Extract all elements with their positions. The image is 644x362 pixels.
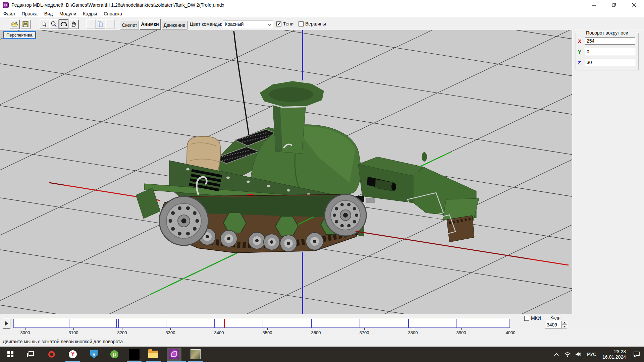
title-bar[interactable]: Редактор MDL-моделей: D:\Games\WarcraftI… bbox=[0, 0, 644, 10]
tick-label: 3100 bbox=[66, 330, 81, 335]
perspective-button[interactable]: Перспектива bbox=[3, 31, 36, 39]
tab-skeleton[interactable]: Скелет bbox=[120, 21, 139, 29]
mdl-editor-icon bbox=[169, 349, 179, 359]
current-frame-marker[interactable] bbox=[224, 319, 225, 327]
copy-button[interactable] bbox=[96, 19, 105, 29]
tab-movement[interactable]: Движение bbox=[162, 21, 187, 29]
rotate-tool-button[interactable] bbox=[59, 19, 68, 29]
axis-x-label: X bbox=[578, 38, 583, 44]
save-button[interactable] bbox=[21, 19, 30, 29]
image-viewer-icon bbox=[191, 349, 201, 359]
taskbar-app-yandex[interactable]: Y bbox=[65, 348, 80, 361]
checkbox-empty-icon bbox=[524, 316, 529, 321]
tick-label: 3600 bbox=[309, 330, 323, 335]
zoom-tool-button[interactable] bbox=[49, 19, 59, 29]
file-explorer-icon bbox=[148, 351, 158, 358]
close-button[interactable] bbox=[624, 0, 644, 10]
start-button[interactable] bbox=[3, 348, 18, 361]
terminal-icon bbox=[129, 349, 140, 360]
toolbar-blank-button-1[interactable] bbox=[86, 19, 96, 29]
frame-input[interactable] bbox=[545, 321, 562, 328]
tray-chevron-button[interactable] bbox=[551, 353, 562, 356]
taskbar-app-vpn[interactable]: V bbox=[87, 348, 101, 361]
y-axis-line bbox=[150, 252, 239, 295]
menu-modules[interactable]: Модули bbox=[56, 10, 79, 17]
app-icon bbox=[3, 2, 9, 8]
axis-y-input[interactable] bbox=[585, 48, 635, 55]
taskbar-app-explorer[interactable] bbox=[146, 348, 161, 361]
play-icon bbox=[5, 321, 8, 326]
team-color-select[interactable]: Красный bbox=[223, 20, 273, 28]
time-label: 23:28 bbox=[602, 349, 626, 354]
tick-label: 3400 bbox=[212, 330, 226, 335]
tray-volume-button[interactable] bbox=[573, 352, 584, 357]
spinner-down-button[interactable] bbox=[562, 325, 567, 329]
mki-checkbox[interactable]: МКИ bbox=[524, 315, 541, 321]
arrow-up-icon bbox=[563, 322, 566, 323]
menu-file[interactable]: Файл bbox=[0, 10, 18, 17]
taskbar: Y V µ bbox=[0, 347, 644, 362]
task-view-icon bbox=[27, 351, 35, 357]
vertices-checkbox[interactable]: Вершины bbox=[299, 21, 326, 26]
idler-wheel bbox=[159, 196, 208, 245]
window-title: Редактор MDL-моделей: D:\Games\WarcraftI… bbox=[11, 2, 224, 8]
pan-hand-icon bbox=[71, 21, 77, 27]
menu-edit[interactable]: Правка bbox=[18, 10, 41, 17]
tick-label: 3500 bbox=[260, 330, 275, 335]
axis-z-label: Z bbox=[578, 60, 583, 65]
taskbar-app-image-viewer[interactable] bbox=[188, 348, 203, 361]
toolbar-blank-button-2[interactable] bbox=[105, 19, 115, 29]
vertices-label: Вершины bbox=[305, 21, 326, 26]
viewport-canvas: 076 bbox=[0, 30, 572, 314]
notification-center-button[interactable] bbox=[629, 351, 644, 357]
select-tool-button[interactable] bbox=[40, 19, 49, 29]
axis-x-input[interactable] bbox=[585, 37, 635, 45]
tick-label: 3300 bbox=[163, 330, 178, 335]
checkbox-empty-icon bbox=[299, 21, 304, 26]
task-view-button[interactable] bbox=[23, 348, 38, 361]
tray-network-button[interactable] bbox=[562, 352, 573, 357]
taskbar-app-terminal[interactable] bbox=[127, 348, 142, 361]
date-label: 16.01.2024 bbox=[602, 354, 626, 360]
tray-clock[interactable]: 23:28 16.01.2024 bbox=[602, 349, 626, 360]
close-icon bbox=[632, 3, 636, 7]
taskbar-app-mdl-editor[interactable] bbox=[167, 348, 181, 361]
chevron-down-icon bbox=[268, 23, 271, 26]
windows-logo-icon bbox=[7, 351, 13, 357]
open-file-icon bbox=[11, 21, 18, 27]
restore-button[interactable] bbox=[604, 0, 624, 10]
rotate-icon bbox=[60, 21, 67, 27]
status-message: Двигайте мышь с зажатой левой кнопкой дл… bbox=[3, 339, 123, 344]
team-color-label: Цвет команды: bbox=[190, 21, 222, 27]
taskbar-app-opera[interactable] bbox=[44, 348, 59, 361]
timeline-strip[interactable] bbox=[13, 319, 510, 328]
viewport-3d[interactable]: Перспектива bbox=[0, 30, 572, 314]
axis-z-input[interactable] bbox=[585, 59, 635, 66]
select-arrow-icon bbox=[42, 21, 47, 27]
menu-frames[interactable]: Кадры bbox=[79, 10, 100, 17]
frame-label: Кадр: bbox=[550, 315, 561, 320]
main-area: Перспектива bbox=[0, 30, 644, 314]
copy-icon bbox=[97, 21, 103, 27]
speaker-icon bbox=[575, 352, 582, 357]
yandex-browser-icon: Y bbox=[69, 350, 77, 358]
team-color-value: Красный bbox=[225, 21, 244, 27]
rotation-panel: Поворот вокруг оси X Y Z bbox=[572, 30, 644, 314]
toolbar: Скелет Анимки Движение Цвет команды: Кра… bbox=[0, 18, 644, 30]
menu-view[interactable]: Вид bbox=[41, 10, 56, 17]
rotation-panel-title: Поворот вокруг оси bbox=[585, 30, 630, 36]
open-file-button[interactable] bbox=[10, 19, 19, 29]
tab-animations[interactable]: Анимки bbox=[140, 19, 160, 29]
menu-help[interactable]: Справка bbox=[100, 10, 125, 17]
shadows-checkbox[interactable]: Тени bbox=[276, 21, 293, 26]
pan-tool-button[interactable] bbox=[69, 19, 78, 29]
taskbar-app-utorrent[interactable]: µ bbox=[107, 348, 122, 361]
checkbox-checked-icon bbox=[276, 21, 281, 26]
play-button[interactable] bbox=[3, 318, 10, 328]
tray-language-button[interactable]: РУС bbox=[584, 352, 599, 357]
spinner-up-button[interactable] bbox=[562, 321, 567, 325]
save-icon bbox=[22, 21, 29, 27]
minimize-button[interactable] bbox=[584, 0, 604, 10]
tab-skeleton-label: Скелет bbox=[122, 22, 137, 28]
tab-animations-label: Анимки bbox=[141, 21, 159, 27]
